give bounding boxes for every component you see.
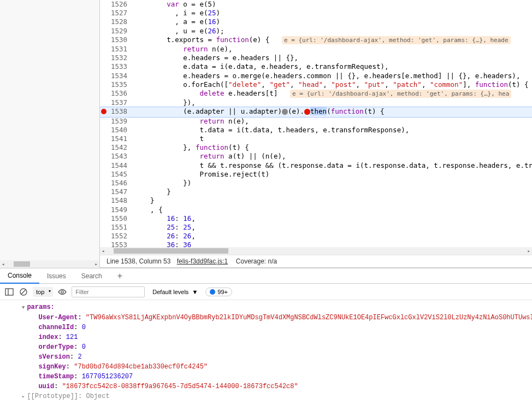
code-line[interactable]: 1542 }, function(t) { xyxy=(100,143,532,152)
code-line[interactable]: 1538 (e.adapter || u.adapter)(e).then(fu… xyxy=(100,107,532,116)
line-number[interactable]: 1540 xyxy=(108,126,132,134)
prop-channelid: channelId xyxy=(38,324,74,331)
prop-uuid: uuid xyxy=(38,383,54,390)
line-number[interactable]: 1531 xyxy=(108,45,132,54)
line-number[interactable]: 1552 xyxy=(108,232,132,241)
code-line[interactable]: 1549 , { xyxy=(100,206,532,214)
console-toolbar: top Default levels ▼ 99+ xyxy=(0,284,532,300)
prop-sversion: sVersion xyxy=(38,353,70,361)
line-number[interactable]: 1545 xyxy=(108,170,132,179)
clear-console-icon[interactable] xyxy=(19,287,28,297)
code-line[interactable]: 1544 t && t.response && (t.response.data… xyxy=(100,161,532,170)
code-line[interactable]: 1529 , u = e(26); xyxy=(100,27,532,36)
sidebar-toggle-icon[interactable] xyxy=(4,287,14,297)
issues-counter[interactable]: 99+ xyxy=(205,288,232,296)
code-line[interactable]: 1540 t.data = i(t.data, t.headers, e.tra… xyxy=(100,126,532,134)
line-number[interactable]: 1538 xyxy=(108,107,132,116)
line-number[interactable]: 1533 xyxy=(108,62,132,71)
code-line[interactable]: 1552 26: 26, xyxy=(100,232,532,241)
code-line[interactable]: 1535 o.forEach(["delete", "get", "head",… xyxy=(100,80,532,89)
code-line[interactable]: 1547 } xyxy=(100,188,532,196)
code-line[interactable]: 1534 e.headers = o.merge(e.headers.commo… xyxy=(100,72,532,80)
drawer-tabs: Console Issues Search + xyxy=(0,268,532,284)
line-number[interactable]: 1539 xyxy=(108,117,132,126)
filter-input[interactable] xyxy=(72,286,145,297)
status-bar: Line 1538, Column 53 felis-f3dd9fac.js:1… xyxy=(100,255,532,268)
code-line[interactable]: 1537 }), xyxy=(100,98,532,107)
live-expression-icon[interactable] xyxy=(57,287,67,297)
line-number[interactable]: 1544 xyxy=(108,161,132,170)
code-line[interactable]: 1536 delete e.headers[t] e = {url: '/das… xyxy=(100,89,532,98)
code-line[interactable]: 1543 return a(t) || (n(e), xyxy=(100,152,532,161)
prop-index: index xyxy=(38,333,58,341)
line-number[interactable]: 1529 xyxy=(108,27,132,36)
code-line[interactable]: 1550 16: 16, xyxy=(100,214,532,223)
line-number[interactable]: 1535 xyxy=(108,80,132,89)
line-number[interactable]: 1541 xyxy=(108,134,132,143)
code-line[interactable]: 1533 e.data = i(e.data, e.headers, e.tra… xyxy=(100,62,532,71)
svg-rect-0 xyxy=(5,289,13,295)
line-number[interactable]: 1528 xyxy=(108,17,132,26)
svg-point-4 xyxy=(61,290,63,292)
line-number[interactable]: 1526 xyxy=(108,0,132,9)
coverage-info: Coverage: n/a xyxy=(236,257,277,265)
line-number[interactable]: 1532 xyxy=(108,54,132,62)
code-line[interactable]: 1546 }) xyxy=(100,179,532,188)
line-number[interactable]: 1548 xyxy=(108,196,132,205)
file-link[interactable]: felis-f3dd9fac.js:1 xyxy=(177,257,228,265)
tab-search[interactable]: Search xyxy=(74,269,110,283)
line-number[interactable]: 1542 xyxy=(108,143,132,152)
issue-dot-icon xyxy=(210,289,215,295)
code-line[interactable]: 1527 , i = e(25) xyxy=(100,9,532,17)
console-output[interactable]: ▼params: User-Agent: "TW96aWxsYS81LjAgKE… xyxy=(0,300,532,410)
code-line[interactable]: 1539 return n(e), xyxy=(100,117,532,126)
breakpoint-icon[interactable] xyxy=(101,109,107,114)
side-panel xyxy=(0,0,100,268)
line-number[interactable]: 1553 xyxy=(108,241,132,247)
add-tab-button[interactable]: + xyxy=(110,271,130,281)
code-line[interactable]: 1551 25: 25, xyxy=(100,223,532,232)
line-number[interactable]: 1550 xyxy=(108,214,132,223)
line-number[interactable]: 1549 xyxy=(108,206,132,214)
code-line[interactable]: 1528 , a = e(16) xyxy=(100,17,532,26)
line-number[interactable]: 1543 xyxy=(108,152,132,161)
context-selector[interactable]: top xyxy=(33,287,53,297)
line-number[interactable]: 1527 xyxy=(108,9,132,17)
line-number[interactable]: 1551 xyxy=(108,223,132,232)
code-line[interactable]: 1532 e.headers = e.headers || {}, xyxy=(100,54,532,62)
code-editor[interactable]: 1526 var o = e(5)1527 , i = e(25)1528 , … xyxy=(100,0,532,247)
prop-user-agent: User-Agent xyxy=(38,314,78,321)
prop-timestamp: timeStamp xyxy=(38,373,74,380)
side-scrollbar[interactable] xyxy=(0,260,99,268)
tab-issues[interactable]: Issues xyxy=(39,269,74,283)
cursor-position: Line 1538, Column 53 xyxy=(107,257,170,265)
line-number[interactable]: 1536 xyxy=(108,89,132,98)
line-number[interactable]: 1534 xyxy=(108,72,132,80)
code-line[interactable]: 1530 t.exports = function(e) { e = {url:… xyxy=(100,36,532,45)
svg-line-3 xyxy=(21,290,26,294)
line-number[interactable]: 1537 xyxy=(108,98,132,107)
code-line[interactable]: 1553 36: 36 xyxy=(100,241,532,247)
code-h-scrollbar[interactable] xyxy=(100,247,532,255)
prop-prototype[interactable]: [[Prototype]]: Object xyxy=(27,393,109,400)
tab-console[interactable]: Console xyxy=(0,268,39,284)
code-line[interactable]: 1545 Promise.reject(t) xyxy=(100,170,532,179)
code-line[interactable]: 1531 return n(e), xyxy=(100,45,532,54)
code-line[interactable]: 1526 var o = e(5) xyxy=(100,0,532,9)
prop-ordertype: orderType xyxy=(38,343,74,351)
log-levels-selector[interactable]: Default levels ▼ xyxy=(149,287,201,297)
code-line[interactable]: 1548 } xyxy=(100,196,532,205)
line-number[interactable]: 1546 xyxy=(108,179,132,188)
prop-signkey: signKey xyxy=(38,363,66,371)
code-line[interactable]: 1541 t xyxy=(100,134,532,143)
line-number[interactable]: 1547 xyxy=(108,188,132,196)
line-number[interactable]: 1530 xyxy=(108,36,132,45)
